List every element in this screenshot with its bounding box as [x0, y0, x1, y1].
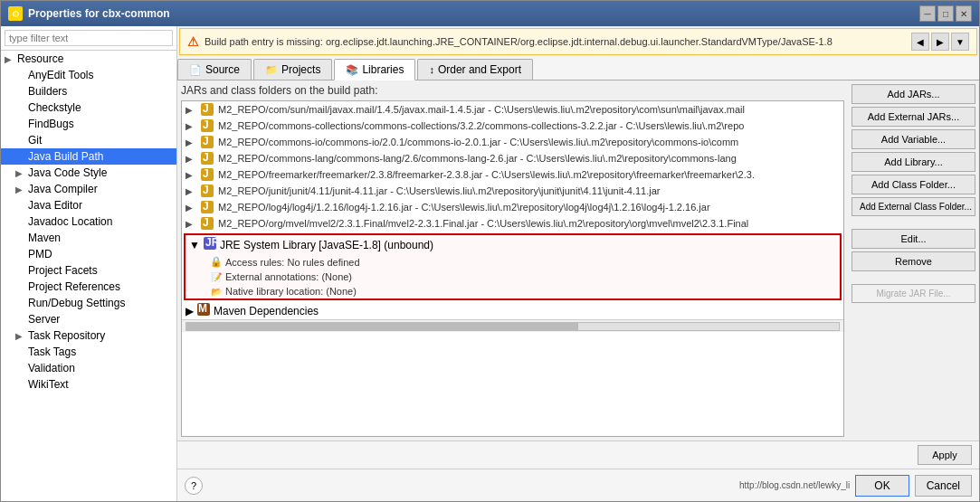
migrate-jar-button[interactable]: Migrate JAR File... — [852, 284, 975, 303]
sidebar-item-java-code-style[interactable]: ▶ Java Code Style — [1, 165, 176, 181]
sidebar-item-label: Java Code Style — [28, 166, 107, 179]
svg-text:J: J — [203, 168, 209, 180]
jar-icon: J — [200, 200, 214, 214]
sidebar-item-git[interactable]: Git — [1, 132, 176, 148]
add-class-folder-button[interactable]: Add Class Folder... — [852, 175, 975, 194]
jar-icon: J — [200, 216, 214, 231]
cancel-button[interactable]: Cancel — [915, 475, 972, 497]
tab-libraries[interactable]: 📚 Libraries — [334, 59, 415, 81]
help-button[interactable]: ? — [185, 477, 203, 495]
right-panel: ⚠ Build path entry is missing: org.eclip… — [177, 26, 979, 501]
sidebar-item-label: Task Tags — [28, 346, 76, 358]
list-item[interactable]: ▶ J M2_REPO/commons-collections/commons-… — [182, 118, 843, 134]
tab-source-label: Source — [205, 63, 240, 76]
jre-child-external-annotations[interactable]: 📝 External annotations: (None) — [186, 270, 840, 284]
jre-child-label: Native library location: (None) — [225, 286, 357, 297]
scroll-track[interactable] — [186, 322, 840, 331]
list-item[interactable]: ▶ J M2_REPO/commons-io/commons-io/2.0.1/… — [182, 134, 843, 150]
sidebar-item-task-tags[interactable]: Task Tags — [1, 344, 176, 360]
filter-input[interactable] — [5, 30, 173, 46]
button-spacer — [852, 274, 975, 281]
expand-arrow: ▶ — [186, 219, 196, 229]
title-bar: ⚙ Properties for cbx-common ─ □ ✕ — [1, 1, 979, 26]
sidebar-item-checkstyle[interactable]: Checkstyle — [1, 99, 176, 116]
sidebar-item-findbugs[interactable]: FindBugs — [1, 116, 176, 132]
list-item[interactable]: ▶ J M2_REPO/commons-lang/commons-lang/2.… — [182, 150, 843, 166]
native-library-icon: 📂 — [211, 287, 222, 297]
svg-text:M: M — [198, 303, 207, 315]
sidebar-item-project-facets[interactable]: Project Facets — [1, 262, 176, 279]
entry-text: M2_REPO/org/mvel/mvel2/2.3.1.Final/mvel2… — [218, 218, 748, 229]
sidebar-item-anyedit[interactable]: AnyEdit Tools — [1, 67, 176, 83]
sidebar-item-javadoc-location[interactable]: Javadoc Location — [1, 213, 176, 230]
ok-button[interactable]: OK — [855, 475, 909, 497]
list-item[interactable]: ▶ J M2_REPO/log4j/log4j/1.2.16/log4j-1.2… — [182, 199, 843, 215]
jre-child-native-library[interactable]: 📂 Native library location: (None) — [186, 284, 840, 298]
sidebar-item-builders[interactable]: Builders — [1, 83, 176, 99]
sidebar-item-label: Validation — [28, 362, 75, 374]
horizontal-scrollbar[interactable] — [182, 319, 843, 332]
minimize-button[interactable]: ─ — [919, 5, 936, 22]
sidebar-item-maven[interactable]: Maven — [1, 230, 176, 246]
sidebar-item-label: Run/Debug Settings — [28, 297, 125, 309]
svg-text:J: J — [203, 119, 209, 131]
nav-forward-button[interactable]: ▶ — [931, 33, 949, 51]
close-button[interactable]: ✕ — [956, 5, 972, 22]
sidebar-item-label: Project References — [28, 280, 120, 293]
svg-text:J: J — [203, 103, 209, 115]
window-title: Properties for cbx-common — [28, 7, 170, 20]
entry-text: M2_REPO/freemarker/freemarker/2.3.8/free… — [218, 169, 755, 180]
jre-icon: JR — [204, 237, 216, 252]
sidebar-item-pmd[interactable]: PMD — [1, 246, 176, 262]
sidebar-item-wikitext[interactable]: WikiText — [1, 376, 176, 393]
tab-source[interactable]: 📄 Source — [177, 59, 252, 80]
tab-order-export[interactable]: ↕ Order and Export — [417, 59, 533, 80]
sidebar-item-task-repository[interactable]: ▶ Task Repository — [1, 327, 176, 344]
list-item[interactable]: ▶ J M2_REPO/junit/junit/4.11/junit-4.11.… — [182, 183, 843, 199]
apply-button[interactable]: Apply — [918, 445, 972, 465]
add-variable-button[interactable]: Add Variable... — [852, 129, 975, 149]
sidebar-item-java-editor[interactable]: Java Editor — [1, 197, 176, 213]
sidebar-item-java-compiler[interactable]: ▶ Java Compiler — [1, 181, 176, 197]
sidebar-item-label: Builders — [28, 85, 67, 98]
remove-button[interactable]: Remove — [852, 251, 975, 271]
sidebar-item-resource[interactable]: ▶ Resource — [1, 51, 176, 67]
main-content: ▶ Resource AnyEdit Tools Builders Checks… — [1, 26, 979, 501]
sidebar-item-run-debug[interactable]: Run/Debug Settings — [1, 295, 176, 311]
scroll-thumb[interactable] — [186, 323, 578, 330]
tab-projects[interactable]: 📁 Projects — [253, 59, 332, 80]
build-path-tree[interactable]: ▶ J M2_REPO/com/sun/mail/javax.mail/1.4.… — [181, 100, 844, 437]
add-external-jars-button[interactable]: Add External JARs... — [852, 107, 975, 127]
sidebar-item-java-build-path[interactable]: Java Build Path — [1, 148, 176, 165]
sidebar-item-project-references[interactable]: Project References — [1, 279, 176, 295]
maximize-button[interactable]: □ — [937, 5, 954, 22]
nav-dropdown-button[interactable]: ▼ — [951, 33, 969, 51]
expand-arrow: ▶ — [186, 154, 196, 164]
jre-entry[interactable]: ▼ JR JRE System Library [JavaSE-1.8] (un… — [186, 235, 840, 254]
add-jars-button[interactable]: Add JARs... — [852, 84, 975, 104]
sidebar-item-label: Maven — [28, 232, 61, 244]
jre-child-access-rules[interactable]: 🔒 Access rules: No rules defined — [186, 254, 840, 270]
add-library-button[interactable]: Add Library... — [852, 152, 975, 172]
add-external-class-folder-button[interactable]: Add External Class Folder... — [852, 197, 975, 216]
svg-text:J: J — [203, 217, 209, 229]
expand-arrow: ▼ — [189, 239, 200, 251]
sidebar-item-label: Java Compiler — [28, 183, 98, 195]
maven-dependencies-entry[interactable]: ▶ M Maven Dependencies — [182, 302, 843, 319]
projects-tab-icon: 📁 — [265, 64, 278, 76]
expand-arrow: ▶ — [186, 105, 196, 115]
sidebar-item-label: Checkstyle — [28, 101, 81, 114]
edit-button[interactable]: Edit... — [852, 229, 975, 249]
jar-icon: J — [200, 135, 214, 149]
sidebar-item-label: Java Build Path — [28, 150, 103, 163]
list-item[interactable]: ▶ J M2_REPO/org/mvel/mvel2/2.3.1.Final/m… — [182, 215, 843, 232]
sidebar-item-label: Project Facets — [28, 264, 98, 277]
sidebar-item-label: Javadoc Location — [28, 215, 112, 228]
url-label: http://blog.csdn.net/lewky_li — [739, 480, 850, 490]
sidebar-item-server[interactable]: Server — [1, 311, 176, 327]
sidebar-item-validation[interactable]: Validation — [1, 360, 176, 376]
svg-text:J: J — [203, 136, 209, 147]
list-item[interactable]: ▶ J M2_REPO/com/sun/mail/javax.mail/1.4.… — [182, 101, 843, 118]
list-item[interactable]: ▶ J M2_REPO/freemarker/freemarker/2.3.8/… — [182, 166, 843, 183]
nav-back-button[interactable]: ◀ — [911, 33, 929, 51]
